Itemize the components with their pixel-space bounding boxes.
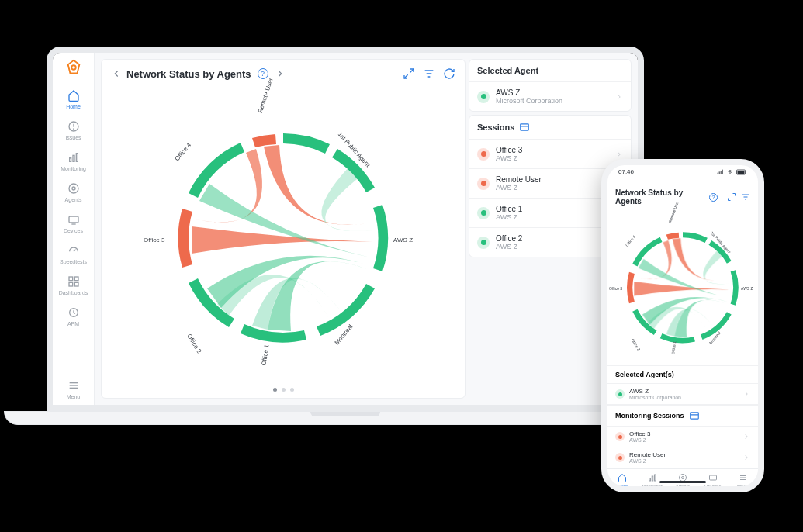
app-root: Home Issues Monitoring Agents Devices [53, 53, 638, 405]
svg-rect-5 [69, 158, 71, 162]
svg-rect-7 [76, 154, 78, 162]
agent-name: AWS Z [496, 88, 615, 97]
svg-point-1 [71, 65, 76, 70]
session-name: Office 1 [496, 205, 615, 213]
phone-tab-label: Menu [737, 484, 749, 489]
agents-icon [67, 182, 80, 195]
phone-session-sub: AWS Z [629, 458, 742, 464]
svg-line-12 [74, 250, 76, 252]
session-name: Office 3 [496, 146, 615, 154]
sidebar-item-label: Speedtests [60, 259, 87, 264]
chevron-right-icon[interactable] [275, 68, 286, 79]
sessions-view-icon[interactable] [519, 122, 530, 133]
phone-tab-home[interactable]: Home [607, 473, 638, 489]
svg-rect-26 [521, 124, 529, 130]
expand-icon[interactable] [727, 192, 736, 202]
filter-icon[interactable] [423, 67, 435, 80]
phone-selected-row[interactable]: AWS ZMicrosoft Corporation [607, 384, 758, 405]
sidebar-item-monitoring[interactable]: Monitoring [53, 146, 94, 177]
chart-title: Network Status by Agents [126, 68, 251, 80]
sidebar-item-menu[interactable]: Menu [53, 374, 94, 405]
battery-icon [736, 169, 747, 175]
sidebar-item-label: Menu [67, 394, 81, 399]
selected-agent-header: Selected Agent [469, 60, 631, 82]
phone-chart-header: Network Status by Agents ? [607, 184, 758, 210]
phone-sessions-header-label: Monitoring Sessions [615, 412, 684, 420]
laptop-screen: Home Issues Monitoring Agents Devices [47, 47, 644, 411]
svg-rect-13 [69, 277, 73, 281]
status-dot-icon [615, 453, 625, 462]
svg-point-32 [730, 173, 731, 174]
refresh-icon[interactable] [443, 67, 455, 80]
sidebar-item-label: Devices [64, 228, 83, 233]
phone-session-row[interactable]: Remote UserAWS Z [607, 447, 758, 468]
chevron-right-icon [742, 454, 750, 461]
session-sub: AWS Z [496, 184, 615, 192]
session-sub: AWS Z [496, 154, 615, 162]
session-row[interactable]: Office 3AWS Z [469, 140, 631, 169]
sidebar-item-agents[interactable]: Agents [53, 177, 94, 208]
phone-tab-label: Monitoring [642, 484, 663, 489]
phone-sessions-header: Monitoring Sessions [607, 405, 758, 427]
phone-chart-body: Remote User 1st Public Agent AWS Z Montr… [607, 210, 758, 365]
sidebar-item-apm[interactable]: APM [53, 301, 94, 332]
sidebar-item-speedtests[interactable]: Speedtests [53, 239, 94, 270]
sidebar-item-label: Monitoring [61, 166, 86, 171]
phone-session-sub: AWS Z [629, 437, 742, 443]
info-icon[interactable]: ? [709, 193, 718, 202]
chevron-left-icon[interactable] [111, 68, 122, 79]
chart-body: Remote User 1st Public Agent AWS Z Montr… [102, 88, 465, 388]
phone-chart-title: Network Status by Agents [615, 188, 707, 206]
pager-dot[interactable] [282, 388, 286, 392]
menu-icon [739, 473, 748, 482]
svg-marker-0 [67, 60, 79, 74]
phone-tab-label: Agents [676, 484, 691, 489]
phone-content: Network Status by Agents ? [607, 165, 758, 486]
info-icon[interactable]: ? [258, 68, 268, 79]
svg-rect-14 [74, 277, 78, 281]
sessions-header: Sessions [469, 116, 631, 140]
svg-point-9 [69, 184, 78, 193]
sidebar-item-label: Issues [65, 135, 81, 140]
sidebar-item-devices[interactable]: Devices [53, 208, 94, 239]
svg-rect-46 [709, 475, 716, 480]
filter-icon[interactable] [741, 192, 750, 202]
chord-diagram[interactable]: Remote User 1st Public Agent AWS Z Montr… [159, 114, 407, 362]
phone-status-icons [716, 169, 747, 175]
phone-home-indicator [659, 481, 706, 483]
session-sub: AWS Z [496, 243, 615, 250]
sidebar-item-dashboards[interactable]: Dashboards [53, 270, 94, 301]
chevron-right-icon [615, 93, 623, 101]
svg-line-21 [410, 69, 414, 73]
status-dot-icon [615, 432, 625, 441]
phone-selected-header: Selected Agent(s) [607, 365, 758, 384]
svg-rect-10 [69, 216, 78, 223]
apm-icon [67, 306, 80, 319]
laptop-mockup: Home Issues Monitoring Agents Devices [47, 47, 644, 450]
status-dot-icon [477, 237, 490, 249]
chord-node-label: AWS Z [393, 237, 413, 244]
status-dot-icon [615, 389, 625, 399]
sidebar-item-label: Agents [65, 197, 82, 202]
pager-dot[interactable] [273, 388, 277, 392]
sidebar: Home Issues Monitoring Agents Devices [53, 53, 95, 405]
sidebar-item-home[interactable]: Home [53, 84, 94, 115]
svg-rect-39 [690, 413, 698, 419]
phone-chord-diagram[interactable]: Remote User 1st Public Agent AWS Z Montr… [617, 222, 749, 354]
sessions-view-icon[interactable] [689, 410, 700, 421]
svg-rect-43 [655, 475, 656, 481]
phone-agent-name: AWS Z [629, 388, 742, 395]
dashboards-icon [67, 275, 80, 288]
expand-icon[interactable] [403, 67, 415, 80]
svg-point-4 [73, 129, 74, 130]
selected-agent-row[interactable]: AWS Z Microsoft Corporation [469, 82, 631, 111]
phone-session-row[interactable]: Office 3AWS Z [607, 427, 758, 447]
svg-rect-35 [746, 171, 746, 173]
phone-tab-menu[interactable]: Menu [728, 473, 758, 489]
laptop-base [4, 411, 687, 425]
sidebar-item-issues[interactable]: Issues [53, 115, 94, 146]
sidebar-item-label: Home [66, 104, 81, 109]
pager-dot[interactable] [290, 388, 294, 392]
svg-point-8 [72, 187, 75, 190]
svg-point-44 [681, 477, 684, 479]
